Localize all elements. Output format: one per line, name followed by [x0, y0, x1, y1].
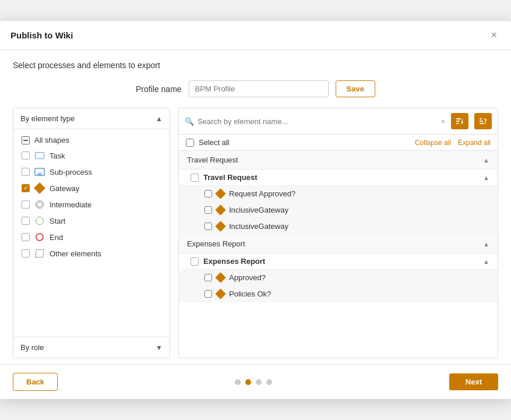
- element-item-other[interactable]: Other elements: [13, 245, 170, 262]
- subgroup-label-travel-request: Travel Request: [203, 173, 258, 182]
- svg-rect-5: [456, 121, 460, 122]
- subgroup-left-expenses-report: Expenses Report: [191, 257, 265, 266]
- group-label-travel-request: Travel Request: [187, 156, 238, 164]
- partial-checkbox-all-shapes[interactable]: [22, 136, 30, 144]
- close-button[interactable]: ×: [487, 28, 501, 43]
- checkbox-other[interactable]: [22, 249, 30, 257]
- label-inclusive-gateway-2: InclusiveGateway: [229, 222, 288, 231]
- checkbox-end[interactable]: [22, 233, 30, 241]
- subgroup-header-travel-request[interactable]: Travel Request ▲: [179, 170, 498, 186]
- group-chevron-travel-request: ▲: [483, 157, 489, 164]
- checkbox-gateway[interactable]: [22, 184, 30, 192]
- tree-item-inclusive-gateway-1[interactable]: InclusiveGateway: [179, 202, 498, 218]
- checkbox-travel-request-sub[interactable]: [191, 174, 199, 182]
- start-icon: [34, 216, 45, 226]
- element-label-task: Task: [50, 151, 65, 160]
- subgroup-header-expenses-report[interactable]: Expenses Report ▲: [179, 253, 498, 270]
- expand-all-link[interactable]: Expand all: [458, 139, 491, 147]
- tree-item-request-approved[interactable]: Request Approved?: [179, 186, 498, 202]
- end-icon: [34, 232, 45, 242]
- subgroup-chevron-expenses-report: ▲: [483, 258, 489, 265]
- checkbox-start[interactable]: [22, 217, 30, 225]
- back-button[interactable]: Back: [13, 373, 58, 391]
- gateway-icon-request-approved: [215, 188, 225, 199]
- checkbox-policies-ok[interactable]: [205, 290, 212, 298]
- svg-rect-6: [456, 123, 459, 124]
- element-item-intermediate[interactable]: Intermediate: [13, 196, 170, 213]
- dot-1: [235, 379, 241, 385]
- group-chevron-expenses-report: ▲: [483, 241, 489, 248]
- element-item-task[interactable]: Task: [13, 147, 170, 164]
- group-travel-request[interactable]: Travel Request ▲: [179, 151, 498, 170]
- checkbox-intermediate[interactable]: [22, 200, 30, 209]
- right-panel: 🔍 ×: [178, 108, 498, 358]
- search-icon: 🔍: [185, 117, 194, 126]
- search-bar: 🔍 ×: [179, 108, 498, 135]
- label-request-approved: Request Approved?: [229, 189, 295, 198]
- element-label-intermediate: Intermediate: [50, 200, 91, 209]
- pagination-dots: [235, 379, 272, 385]
- profile-row: Profile name Save: [13, 80, 498, 97]
- modal-body: Select processes and elements to export …: [0, 50, 511, 364]
- checkbox-inclusive-gateway-2[interactable]: [205, 223, 212, 230]
- next-button[interactable]: Next: [449, 373, 498, 390]
- checkbox-expenses-report-sub[interactable]: [191, 257, 199, 266]
- element-label-gateway: Gateway: [50, 184, 79, 193]
- element-item-all-shapes[interactable]: All shapes: [13, 133, 170, 147]
- select-all-checkbox[interactable]: [186, 139, 194, 147]
- svg-rect-8: [480, 121, 483, 122]
- svg-rect-7: [480, 118, 482, 119]
- checkbox-inclusive-gateway-1[interactable]: [205, 206, 212, 214]
- element-item-gateway[interactable]: Gateway: [13, 180, 170, 196]
- gateway-icon-approved: [215, 272, 225, 283]
- other-icon: [34, 248, 45, 259]
- profile-input[interactable]: [189, 80, 329, 97]
- chevron-down-icon: ▼: [156, 344, 163, 352]
- svg-rect-4: [456, 118, 461, 119]
- element-label-all-shapes: All shapes: [34, 136, 69, 144]
- filter-header-label: By element type: [20, 114, 75, 123]
- collapse-all-link[interactable]: Collapse all: [415, 139, 451, 147]
- element-list: All shapes Task: [13, 129, 170, 337]
- modal-title: Publish to Wiki: [10, 30, 73, 40]
- gateway-icon: [34, 183, 45, 193]
- element-item-start[interactable]: Start: [13, 213, 170, 229]
- dot-4: [266, 379, 272, 385]
- checkbox-subprocess[interactable]: [22, 168, 30, 176]
- filter-header[interactable]: By element type ▲: [13, 108, 170, 129]
- modal-footer: Back Next: [0, 364, 511, 399]
- subgroup-travel-request: Travel Request ▲ Request Approved?: [179, 170, 498, 235]
- svg-rect-9: [480, 123, 484, 124]
- sort-asc-button[interactable]: [451, 113, 468, 129]
- element-label-subprocess: Sub-process: [50, 168, 92, 177]
- subgroup-expenses-report: Expenses Report ▲ Approved?: [179, 253, 498, 302]
- tree-item-inclusive-gateway-2[interactable]: InclusiveGateway: [179, 218, 498, 235]
- left-panel: By element type ▲ All shapes: [13, 108, 170, 358]
- group-expenses-report[interactable]: Expenses Report ▲: [179, 235, 498, 253]
- gateway-icon-policies-ok: [215, 288, 225, 299]
- select-all-label: Select all: [199, 138, 230, 147]
- element-label-end: End: [50, 233, 63, 242]
- checkbox-approved[interactable]: [205, 274, 212, 281]
- tree-item-policies-ok[interactable]: Policies Ok?: [179, 286, 498, 302]
- element-item-subprocess[interactable]: Sub-process: [13, 164, 170, 180]
- main-content: By element type ▲ All shapes: [13, 108, 498, 358]
- tree-area: Travel Request ▲ Travel Request ▲: [179, 151, 498, 358]
- group-label-expenses-report: Expenses Report: [187, 239, 245, 248]
- element-item-end[interactable]: End: [13, 229, 170, 245]
- clear-search-icon[interactable]: ×: [440, 117, 445, 126]
- collapse-expand: Collapse all Expand all: [415, 139, 491, 147]
- gateway-icon-inclusive-2: [215, 221, 225, 231]
- select-all-row: Select all Collapse all Expand all: [179, 135, 498, 151]
- tree-item-approved[interactable]: Approved?: [179, 270, 498, 286]
- by-role-header[interactable]: By role ▼: [13, 337, 170, 358]
- subgroup-label-expenses-report: Expenses Report: [203, 257, 265, 266]
- search-input[interactable]: [198, 117, 437, 126]
- sort-desc-button[interactable]: [474, 113, 492, 129]
- modal-header: Publish to Wiki ×: [0, 21, 511, 50]
- label-policies-ok: Policies Ok?: [229, 290, 271, 298]
- checkbox-task[interactable]: [22, 151, 30, 160]
- subtitle: Select processes and elements to export: [13, 61, 498, 70]
- checkbox-request-approved[interactable]: [205, 190, 212, 197]
- save-button[interactable]: Save: [336, 80, 375, 97]
